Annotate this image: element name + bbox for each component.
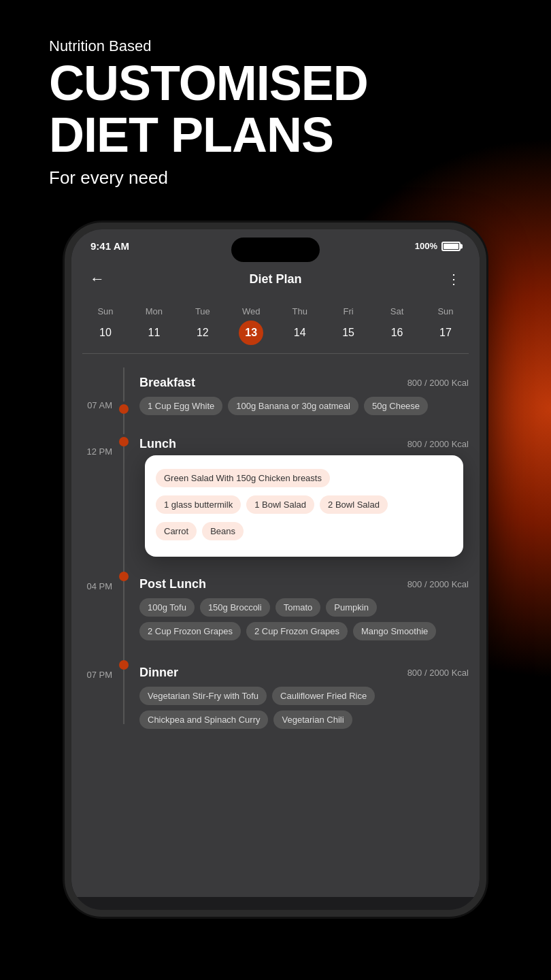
calendar-date-wrapper[interactable]: 13 bbox=[228, 321, 274, 345]
calendar-day-label: Sat bbox=[374, 306, 420, 316]
app-header: ← Diet Plan ⋮ bbox=[71, 257, 480, 301]
calendar-day-label: Wed bbox=[228, 306, 274, 316]
breakfast-label: Breakfast bbox=[139, 376, 195, 390]
post-lunch-kcal: 800 / 2000 Kcal bbox=[407, 579, 469, 589]
battery-percent: 100% bbox=[415, 241, 437, 251]
calendar-date-wrapper[interactable]: 11 bbox=[131, 321, 177, 345]
calendar-day-label: Thu bbox=[277, 306, 323, 316]
dinner-items: Vegetarian Stir-Fry with TofuCauliflower… bbox=[139, 687, 469, 729]
food-tag[interactable]: Cauliflower Fried Rice bbox=[272, 687, 375, 705]
calendar-dates: 1011121314151617 bbox=[82, 321, 469, 345]
phone-frame: 9:41 AM 100% ← Diet Plan ⋮ SunMonTueWedT… bbox=[65, 223, 486, 917]
calendar-date[interactable]: 14 bbox=[277, 321, 323, 345]
calendar-day-label: Sun bbox=[422, 306, 469, 316]
calendar-date-wrapper[interactable]: 14 bbox=[277, 321, 323, 345]
calendar-date-wrapper[interactable]: 17 bbox=[422, 321, 469, 345]
food-tag[interactable]: Vegetarian Chili bbox=[273, 710, 352, 729]
calendar-date[interactable]: 10 bbox=[82, 321, 129, 345]
food-tag[interactable]: Pumpkin bbox=[326, 598, 377, 617]
hero-section: Nutrition Based CUSTOMISED DIET PLANS Fo… bbox=[0, 0, 551, 209]
calendar-date[interactable]: 12 bbox=[180, 321, 226, 345]
calendar-date-wrapper[interactable]: 15 bbox=[325, 321, 371, 345]
dinner-header: Dinner 800 / 2000 Kcal bbox=[139, 666, 469, 680]
battery-icon bbox=[441, 242, 461, 251]
more-button[interactable]: ⋮ bbox=[441, 267, 466, 291]
post-lunch-items: 100g Tofu150g BroccoliTomatoPumpkin2 Cup… bbox=[139, 598, 469, 640]
app-title: Diet Plan bbox=[249, 272, 301, 287]
breakfast-section: Breakfast 800 / 2000 Kcal 1 Cup Egg Whit… bbox=[129, 368, 480, 421]
lunch-item-4: 2 Bowl Salad bbox=[320, 495, 388, 514]
post-lunch-dot bbox=[119, 572, 129, 581]
dinner-section: Dinner 800 / 2000 Kcal Vegetarian Stir-F… bbox=[129, 657, 480, 734]
food-tag[interactable]: 2 Cup Frozon Grapes bbox=[139, 622, 241, 640]
lunch-header: Lunch 800 / 2000 Kcal bbox=[139, 437, 469, 451]
calendar-day-label: Fri bbox=[325, 306, 371, 316]
lunch-time: 12 PM bbox=[71, 434, 119, 457]
calendar-day-label: Mon bbox=[131, 306, 177, 316]
food-tag[interactable]: Vegetarian Stir-Fry with Tofu bbox=[139, 687, 267, 705]
back-button[interactable]: ← bbox=[85, 267, 110, 291]
lunch-label: Lunch bbox=[139, 437, 176, 451]
breakfast-kcal: 800 / 2000 Kcal bbox=[407, 378, 469, 388]
lunch-popup-card: Green Salad With 150g Chicken breasts 1 … bbox=[145, 455, 463, 557]
food-tag[interactable]: 1 Cup Egg White bbox=[139, 397, 222, 415]
breakfast-dot bbox=[119, 404, 129, 414]
hero-title: CUSTOMISED DIET PLANS bbox=[49, 58, 502, 161]
breakfast-header: Breakfast 800 / 2000 Kcal bbox=[139, 376, 469, 390]
lunch-item-1: Green Salad With 150g Chicken breasts bbox=[156, 469, 330, 487]
timeline-area: 07 AM Breakfast 800 / 2000 Kcal 1 Cup Eg… bbox=[71, 354, 480, 741]
post-lunch-header: Post Lunch 800 / 2000 Kcal bbox=[139, 577, 469, 591]
hero-subtitle: Nutrition Based bbox=[49, 37, 502, 55]
calendar: SunMonTueWedThuFriSatSun 101112131415161… bbox=[71, 301, 480, 353]
lunch-item-3: 1 Bowl Salad bbox=[246, 495, 314, 514]
lunch-item-5: Carrot bbox=[156, 522, 197, 540]
post-lunch-section: Post Lunch 800 / 2000 Kcal 100g Tofu150g… bbox=[129, 569, 480, 646]
post-lunch-label: Post Lunch bbox=[139, 577, 206, 591]
food-tag[interactable]: 100g Tofu bbox=[139, 598, 195, 617]
food-tag[interactable]: 100g Banana or 30g oatmeal bbox=[228, 397, 358, 415]
lunch-popup-row3: Carrot Beans bbox=[156, 519, 452, 543]
food-tag[interactable]: Mango Smoothie bbox=[353, 622, 436, 640]
lunch-dot bbox=[119, 437, 129, 446]
breakfast-time: 07 AM bbox=[71, 368, 119, 410]
lunch-popup-row1: Green Salad With 150g Chicken breasts bbox=[156, 466, 452, 490]
dinner-time: 07 PM bbox=[71, 657, 119, 680]
post-lunch-time: 04 PM bbox=[71, 569, 119, 591]
lunch-popup-row2: 1 glass buttermilk 1 Bowl Salad 2 Bowl S… bbox=[156, 493, 452, 517]
food-tag[interactable]: 150g Broccoli bbox=[200, 598, 270, 617]
calendar-date[interactable]: 15 bbox=[325, 321, 371, 345]
food-tag[interactable]: Chickpea and Spinach Curry bbox=[139, 710, 268, 729]
food-tag[interactable]: Tomato bbox=[276, 598, 321, 617]
dinner-kcal: 800 / 2000 Kcal bbox=[407, 668, 469, 678]
lunch-kcal: 800 / 2000 Kcal bbox=[407, 439, 469, 449]
food-tag[interactable]: 2 Cup Frozon Grapes bbox=[246, 622, 348, 640]
status-icons: 100% bbox=[415, 241, 461, 251]
phone-mockup: 9:41 AM 100% ← Diet Plan ⋮ SunMonTueWedT… bbox=[0, 223, 551, 917]
food-tag[interactable]: 50g Cheese bbox=[364, 397, 428, 415]
calendar-date[interactable]: 11 bbox=[131, 321, 177, 345]
calendar-day-label: Tue bbox=[180, 306, 226, 316]
status-time: 9:41 AM bbox=[90, 240, 129, 252]
app-content: ← Diet Plan ⋮ SunMonTueWedThuFriSatSun 1… bbox=[71, 257, 480, 897]
hero-description: For every need bbox=[49, 167, 502, 189]
calendar-day-labels: SunMonTueWedThuFriSatSun bbox=[82, 306, 469, 316]
calendar-day-label: Sun bbox=[82, 306, 129, 316]
calendar-date[interactable]: 16 bbox=[374, 321, 420, 345]
calendar-date-wrapper[interactable]: 12 bbox=[180, 321, 226, 345]
lunch-item-6: Beans bbox=[202, 522, 244, 540]
breakfast-items: 1 Cup Egg White100g Banana or 30g oatmea… bbox=[139, 397, 469, 415]
calendar-date[interactable]: 17 bbox=[422, 321, 469, 345]
dynamic-island bbox=[231, 238, 320, 262]
calendar-date-wrapper[interactable]: 16 bbox=[374, 321, 420, 345]
dinner-label: Dinner bbox=[139, 666, 178, 680]
lunch-item-2: 1 glass buttermilk bbox=[156, 495, 241, 514]
dinner-dot bbox=[119, 660, 129, 670]
calendar-date[interactable]: 13 bbox=[239, 321, 263, 345]
calendar-date-wrapper[interactable]: 10 bbox=[82, 321, 129, 345]
